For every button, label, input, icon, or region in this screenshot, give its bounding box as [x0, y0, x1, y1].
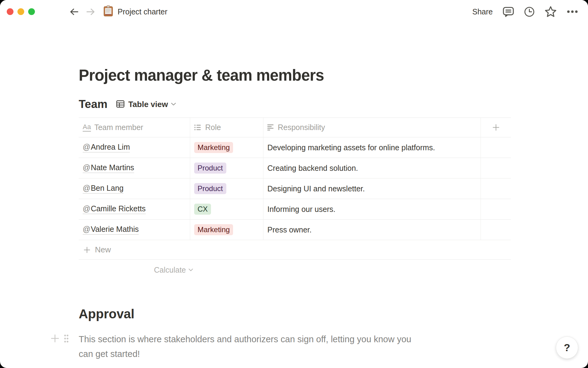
member-name: Ben Lang	[91, 184, 123, 193]
role-cell[interactable]: Marketing	[190, 220, 263, 240]
table-header-row: Aa Team member Role	[79, 117, 511, 137]
role-tag[interactable]: CX	[194, 204, 211, 215]
page-title[interactable]: Project manager & team members	[79, 66, 324, 84]
calculate-label: Calculate	[154, 266, 186, 274]
empty-cell	[481, 220, 511, 240]
team-member-cell[interactable]: @Nate Martins	[79, 158, 190, 178]
notion-window: Project charter Share	[0, 0, 588, 368]
database-header: Team Table view	[79, 98, 176, 111]
role-cell[interactable]: Marketing	[190, 137, 263, 158]
person-mention[interactable]: @Andrea Lim	[83, 143, 130, 152]
table-row: @Ben Lang Product Designing UI and newsl…	[79, 178, 511, 199]
at-sign: @	[83, 225, 90, 234]
calculate-button[interactable]: Calculate	[79, 260, 193, 280]
column-header-role[interactable]: Role	[190, 118, 263, 137]
comments-icon[interactable]	[503, 6, 514, 17]
table-view-button[interactable]: Table view	[116, 100, 176, 109]
team-member-cell[interactable]: @Valerie Mathis	[79, 220, 190, 240]
plus-icon	[492, 124, 500, 131]
column-header-responsibility[interactable]: Responsibility	[263, 118, 481, 137]
role-tag[interactable]: Product	[194, 163, 226, 174]
person-mention[interactable]: @Ben Lang	[83, 184, 123, 194]
zoom-window-button[interactable]	[28, 8, 35, 15]
close-window-button[interactable]	[7, 8, 13, 15]
role-tag[interactable]: Marketing	[194, 224, 233, 235]
table-row: @Andrea Lim Marketing Developing marketi…	[79, 137, 511, 158]
add-block-plus-icon[interactable]	[50, 334, 60, 343]
role-cell[interactable]: CX	[190, 199, 263, 219]
add-column-button[interactable]	[481, 118, 511, 137]
column-header-team-member[interactable]: Aa Team member	[79, 118, 190, 137]
history-clock-icon[interactable]	[524, 6, 535, 17]
text-property-icon	[267, 124, 274, 131]
at-sign: @	[83, 204, 90, 213]
favorite-star-icon[interactable]	[545, 6, 557, 17]
role-cell[interactable]: Product	[190, 178, 263, 199]
clipboard-icon	[104, 6, 113, 18]
chevron-down-icon	[188, 268, 193, 271]
member-name: Andrea Lim	[91, 143, 130, 151]
at-sign: @	[83, 163, 90, 172]
empty-cell	[481, 137, 511, 158]
team-member-cell[interactable]: @Andrea Lim	[79, 137, 190, 158]
help-button[interactable]: ?	[556, 336, 578, 359]
table-row: @Nate Martins Product Creating backend s…	[79, 158, 511, 178]
column-label: Role	[205, 123, 221, 132]
traffic-lights	[7, 8, 35, 15]
approval-heading[interactable]: Approval	[79, 307, 134, 321]
empty-cell	[481, 158, 511, 178]
forward-arrow-icon[interactable]	[85, 7, 96, 17]
at-sign: @	[83, 184, 90, 193]
member-name: Nate Martins	[91, 163, 134, 172]
block-gutter	[50, 334, 69, 343]
team-member-cell[interactable]: @Ben Lang	[79, 178, 190, 199]
person-mention[interactable]: @Camille Ricketts	[83, 204, 146, 214]
responsibility-cell[interactable]: Press owner.	[263, 220, 481, 240]
member-name: Valerie Mathis	[91, 225, 139, 234]
breadcrumb-page-title[interactable]: Project charter	[118, 7, 168, 16]
more-options-icon[interactable]	[567, 10, 578, 13]
share-button[interactable]: Share	[472, 7, 493, 16]
responsibility-cell[interactable]: Informing our users.	[263, 199, 481, 219]
responsibility-cell[interactable]: Designing UI and newsletter.	[263, 178, 481, 199]
table-grid-icon	[116, 100, 125, 109]
table-row: @Valerie Mathis Marketing Press owner.	[79, 220, 511, 240]
view-label: Table view	[128, 100, 168, 109]
at-sign: @	[83, 143, 90, 151]
responsibility-cell[interactable]: Developing marketing assets for online p…	[263, 137, 481, 158]
minimize-window-button[interactable]	[17, 8, 24, 15]
new-row-label: New	[95, 245, 111, 255]
table-footer: Calculate	[79, 260, 511, 280]
person-mention[interactable]: @Nate Martins	[83, 163, 134, 173]
titlebar-actions: Share	[472, 6, 578, 17]
team-member-cell[interactable]: @Camille Ricketts	[79, 199, 190, 219]
column-label: Responsibility	[278, 123, 325, 132]
empty-cell	[481, 178, 511, 199]
approval-paragraph[interactable]: This section is where stakeholders and a…	[79, 332, 420, 361]
database-title[interactable]: Team	[79, 98, 107, 111]
role-cell[interactable]: Product	[190, 158, 263, 178]
chevron-down-icon	[171, 102, 176, 107]
drag-handle-icon[interactable]	[64, 334, 69, 343]
person-mention[interactable]: @Valerie Mathis	[83, 225, 139, 235]
title-property-icon: Aa	[83, 124, 91, 132]
new-row-button[interactable]: New	[79, 240, 511, 260]
column-label: Team member	[94, 123, 143, 132]
member-name: Camille Ricketts	[91, 204, 145, 213]
role-tag[interactable]: Marketing	[194, 142, 233, 153]
titlebar: Project charter Share	[0, 0, 588, 23]
responsibility-cell[interactable]: Creating backend solution.	[263, 158, 481, 178]
empty-cell	[481, 199, 511, 219]
team-table: Aa Team member Role	[79, 117, 511, 280]
role-tag[interactable]: Product	[194, 183, 226, 194]
table-row: @Camille Ricketts CX Informing our users…	[79, 199, 511, 220]
plus-icon	[83, 246, 91, 254]
sidebar-menu-icon[interactable]	[48, 8, 59, 16]
back-arrow-icon[interactable]	[69, 7, 79, 17]
select-property-icon	[194, 124, 202, 131]
